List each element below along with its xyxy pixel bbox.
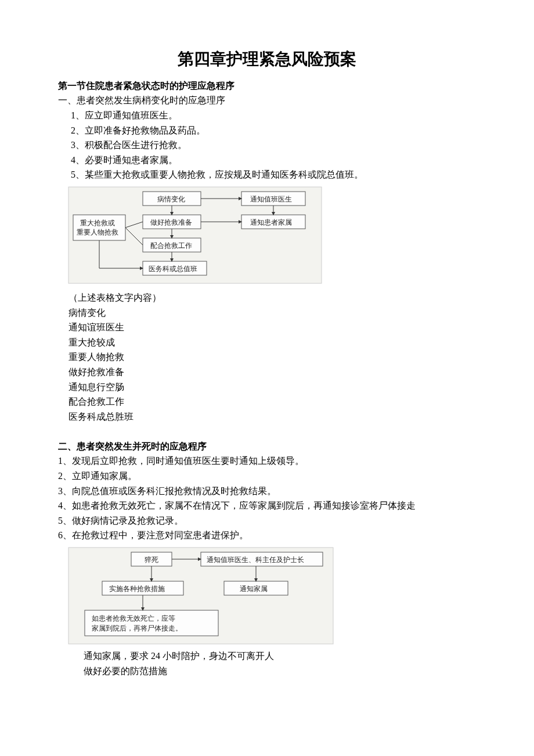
fc2-box-notify-family: 通知家属 [240, 585, 268, 593]
fc2-box-sudden-death: 猝死 [145, 556, 158, 564]
section1-item-3: 3、积极配合医生进行抢救。 [58, 138, 476, 153]
section2-item-4: 4、如患者抢救无效死亡，家属不在情况下，应等家属到院后，再通知接诊室将尸体接走 [58, 498, 476, 513]
fc1-box-major-b: 重要人物抢救 [77, 228, 118, 236]
section1-item-5: 5、某些重大抢救或重要人物抢救，应按规及时通知医务科或院总值班。 [58, 167, 476, 182]
document-title: 第四章护理紧急风险预案 [58, 46, 476, 73]
fc2-box-death-b: 家属到院后，再将尸体接走。 [92, 624, 182, 632]
section2-tail-2: 做好必要的防范措施 [58, 664, 476, 679]
section1-subheading: 一、患者突然发生病梢变化时的应急理序 [58, 93, 476, 108]
section2-tail-1: 通知家属，要求 24 小时陪护，身边不可离开人 [58, 649, 476, 664]
section1-item-2: 2、立即准备好抢救物品及药品。 [58, 123, 476, 138]
fc2-box-notify-staff: 通知值班医生、科主任及护士长 [207, 556, 304, 564]
fc1-box-condition: 病情变化 [157, 195, 185, 203]
section2-header: 二、患者突然发生并死时的应急程序 [58, 439, 476, 454]
term-3: 重大抢较成 [58, 335, 476, 350]
fc2-box-death-a: 如患者抢救无效死亡，应等 [92, 614, 175, 622]
term-1: 病情变化 [58, 305, 476, 321]
term-2: 通知谊班医生 [58, 320, 476, 335]
term-5: 做好抢救准备 [58, 365, 476, 380]
section2-item-2: 2、立即通知家属。 [58, 469, 476, 484]
term-7: 配合抢救工作 [58, 394, 476, 409]
fc2-box-rescue: 实施各种抢救措施 [109, 585, 165, 593]
fc1-box-assist: 配合抢救工作 [150, 242, 192, 250]
fc1-box-medical-dept: 医务科或总值班 [149, 265, 197, 273]
section2-item-1: 1、发现后立即抢救，同时通知值班医生要时通知上级领导。 [58, 453, 476, 469]
flowchart-1: 病情变化 通知值班医生 做好抢救准备 通知患者家属 配合抢救工作 医务科或总值班… [67, 186, 323, 285]
flowchart-2: 猝死 通知值班医生、科主任及护士长 实施各种抢救措施 通知家属 如患者抢救无效死… [67, 546, 334, 645]
term-6: 通知息行空肠 [58, 380, 476, 395]
fc1-box-prepare: 做好抢救准备 [150, 218, 192, 226]
fc1-box-notify-doctor: 通知值班医生 [250, 195, 292, 203]
term-4: 重要人物抢救 [58, 350, 476, 365]
section1-item-1: 1、应立即通知值班医生。 [58, 108, 476, 123]
section1-item-4: 4、必要时通知患者家属。 [58, 153, 476, 168]
section2-item-5: 5、做好病情记录及抢救记录。 [58, 513, 476, 528]
fc1-box-notify-family: 通知患者家属 [250, 218, 292, 226]
flowchart1-caption: （上述表格文字内容） [58, 290, 476, 305]
section2-item-3: 3、向院总值班或医务科汇报抢救情况及时抢救结果。 [58, 484, 476, 499]
section2-item-6: 6、在抢救过程中，要注意对同室患者进保护。 [58, 528, 476, 543]
section1-header: 第一节住院患者紧急状态时的护理应急程序 [58, 78, 476, 93]
fc1-box-major-a: 重大抢救或 [80, 219, 115, 227]
term-8: 医务科成总胜班 [58, 409, 476, 424]
